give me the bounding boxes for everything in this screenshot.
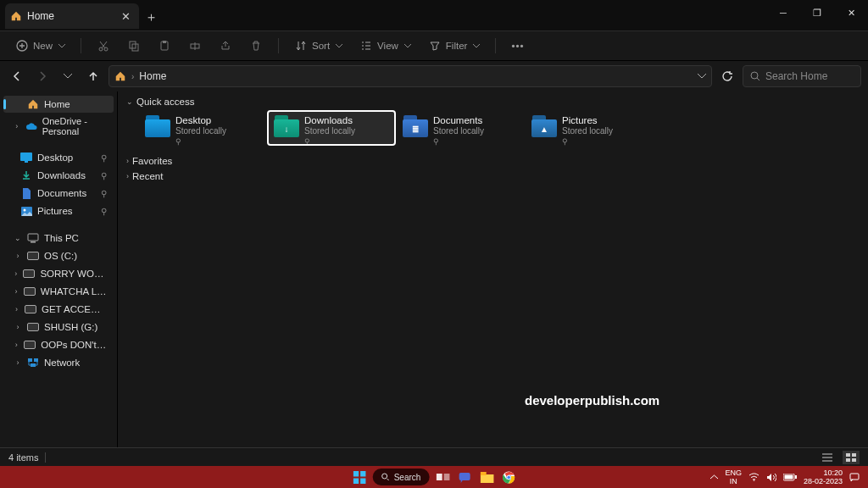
filter-button[interactable]: Filter [421, 37, 487, 54]
language-indicator[interactable]: ENGIN [725, 469, 742, 485]
chat-icon[interactable] [456, 469, 473, 485]
sidebar-item-documents[interactable]: Documents⚲ [3, 185, 114, 202]
sidebar-item-drive[interactable]: ›WHATCHA LOOKING (E:) [3, 283, 114, 300]
drive-icon [27, 250, 39, 262]
refresh-button[interactable] [717, 66, 737, 86]
delete-button[interactable] [242, 37, 270, 54]
sidebar-item-onedrive[interactable]: › OneDrive - Personal [3, 114, 114, 139]
status-bar: 4 items [0, 447, 868, 466]
label: SHUSH (G:) [44, 322, 97, 332]
forward-button[interactable] [32, 66, 53, 86]
chevron-right-icon: › [131, 72, 134, 81]
up-button[interactable] [83, 66, 103, 86]
chevron-right-icon: › [14, 269, 18, 278]
sidebar-item-drive[interactable]: ›OOPs DON't OPEN (H:) [3, 336, 114, 353]
tab-home[interactable]: Home ✕ [5, 3, 139, 29]
label: Documents [37, 188, 86, 198]
chevron-down-icon [336, 44, 342, 48]
sort-icon [294, 39, 308, 53]
item-count: 4 items [8, 452, 38, 463]
sidebar-item-thispc[interactable]: ⌄This PC [3, 230, 114, 247]
svg-rect-18 [846, 453, 850, 457]
label: Desktop [37, 152, 73, 163]
svg-rect-31 [480, 472, 486, 475]
rename-button[interactable] [181, 37, 209, 54]
pin-icon: ⚲ [433, 137, 484, 146]
clock[interactable]: 10:2028-02-2023 [804, 469, 843, 485]
quick-access-tile[interactable]: ≣DocumentsStored locally⚲ [398, 112, 523, 144]
drive-icon [24, 286, 36, 297]
quick-access-tile[interactable]: ↓DownloadsStored locally⚲ [269, 112, 394, 144]
chrome-icon[interactable] [500, 469, 517, 485]
sidebar-item-drive[interactable]: ›GET ACCESSED (F:) [3, 301, 114, 318]
group-favorites[interactable]: ›Favorites [125, 156, 861, 166]
tab-close-icon[interactable]: ✕ [121, 10, 131, 23]
svg-rect-21 [852, 458, 856, 462]
chevron-down-icon[interactable] [698, 74, 706, 79]
explorer-icon[interactable] [478, 469, 495, 485]
recent-dropdown[interactable] [58, 66, 78, 86]
tiles-view-button[interactable] [843, 451, 860, 464]
sidebar-item-network[interactable]: ›Network [3, 354, 114, 371]
close-button[interactable]: ✕ [834, 0, 868, 25]
breadcrumb[interactable]: › Home [108, 65, 712, 87]
battery-icon[interactable] [783, 474, 797, 481]
volume-icon[interactable] [766, 473, 776, 482]
paste-button[interactable] [151, 37, 178, 54]
sidebar-item-downloads[interactable]: Downloads⚲ [3, 167, 114, 184]
copy-button[interactable] [120, 37, 147, 54]
minimize-button[interactable]: ─ [766, 0, 800, 25]
quick-access-tile[interactable]: DesktopStored locally⚲ [140, 112, 265, 144]
more-button[interactable]: ••• [504, 39, 531, 53]
notification-icon[interactable] [849, 472, 860, 482]
cut-button[interactable] [90, 37, 117, 54]
maximize-button[interactable]: ❐ [800, 0, 834, 25]
sidebar-item-drive[interactable]: ›OS (C:) [3, 247, 114, 264]
folder-icon: ↓ [274, 115, 299, 141]
start-button[interactable] [351, 469, 368, 485]
details-view-button[interactable] [819, 451, 836, 464]
task-view-button[interactable] [434, 469, 451, 485]
new-button[interactable]: New [8, 37, 72, 54]
sidebar-item-drive[interactable]: ›SORRY WORKAHOLIC (D:) [3, 265, 114, 282]
share-button[interactable] [212, 37, 239, 54]
sidebar-item-desktop[interactable]: Desktop⚲ [3, 149, 114, 166]
search-placeholder: Search Home [765, 70, 827, 82]
taskbar-search[interactable]: Search [373, 469, 430, 485]
group-quick-access[interactable]: ⌄Quick access [125, 97, 861, 107]
label: Search [394, 473, 421, 482]
sort-button[interactable]: Sort [287, 37, 349, 54]
folder-icon: ▲ [531, 115, 557, 141]
view-button[interactable]: View [353, 37, 418, 54]
sidebar-item-drive[interactable]: ›SHUSH (G:) [3, 319, 114, 336]
back-button[interactable] [7, 66, 27, 86]
svg-point-12 [23, 208, 25, 211]
svg-rect-24 [353, 478, 359, 484]
tray-chevron-icon[interactable] [710, 474, 718, 480]
wifi-icon[interactable] [748, 473, 760, 481]
svg-rect-28 [443, 474, 449, 480]
tile-sub: Stored locally [562, 126, 613, 136]
chevron-right-icon: › [14, 358, 22, 367]
share-icon [219, 39, 232, 53]
svg-rect-14 [31, 241, 36, 243]
tile-name: Pictures [562, 115, 613, 126]
address-bar: › Home Search Home [0, 61, 868, 92]
filter-label: Filter [446, 41, 468, 51]
new-tab-button[interactable]: ＋ [139, 5, 163, 29]
tile-sub: Stored locally [175, 126, 226, 136]
quick-access-tile[interactable]: ▲PicturesStored locally⚲ [526, 112, 652, 144]
svg-rect-22 [353, 471, 359, 477]
search-input[interactable]: Search Home [743, 65, 861, 87]
rename-icon [188, 39, 202, 53]
sidebar-item-pictures[interactable]: Pictures⚲ [3, 202, 114, 219]
label: Pictures [37, 206, 73, 216]
svg-rect-13 [28, 234, 38, 241]
group-recent[interactable]: ›Recent [125, 171, 861, 181]
drive-icon [23, 268, 35, 280]
chevron-down-icon: ⌄ [14, 234, 22, 242]
trash-icon [249, 39, 263, 53]
sidebar-item-home[interactable]: Home [3, 96, 114, 113]
crumb-home[interactable]: Home [139, 70, 166, 82]
svg-rect-38 [795, 475, 797, 479]
